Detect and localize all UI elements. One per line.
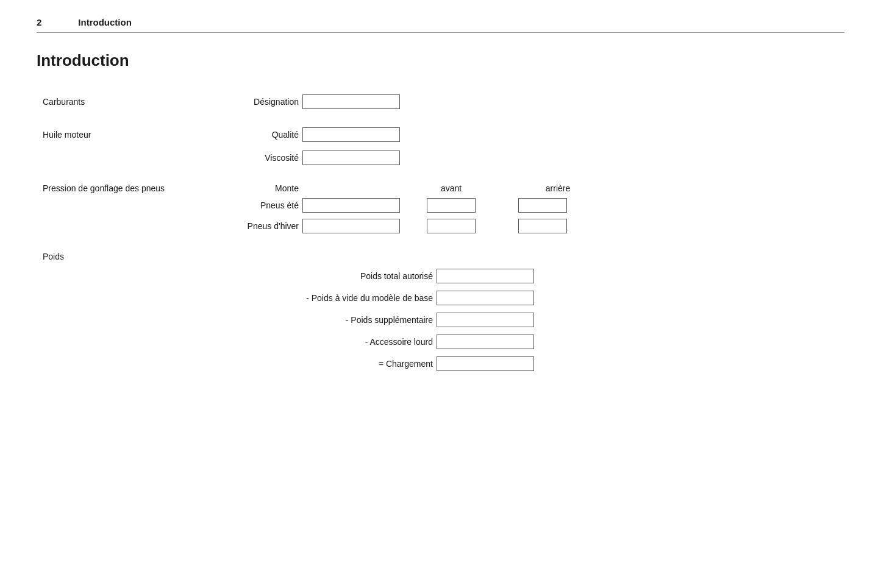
viscosite-field-group: Viscosité (226, 151, 844, 165)
avant-col-header: avant (421, 183, 482, 193)
poids-a-vide-row: - Poids à vide du modèle de base (43, 291, 844, 305)
poids-supplementaire-label: - Poids supplémentaire (346, 315, 433, 325)
pneus-ete-row: Pneus été (43, 198, 844, 213)
designation-input[interactable] (302, 94, 400, 109)
content-area: Carburants Désignation Huile moteur Qual… (37, 94, 844, 371)
pneus-ete-arriere-input[interactable] (518, 198, 567, 213)
pneus-hiver-arriere-input[interactable] (518, 219, 567, 233)
pression-section-label: Pression de gonflage des pneus (43, 183, 226, 193)
designation-label: Désignation (226, 97, 299, 107)
pneus-ete-avant-input[interactable] (427, 198, 476, 213)
pneus-hiver-row: Pneus d'hiver (43, 219, 844, 233)
pneus-hiver-monte-input[interactable] (302, 219, 400, 233)
pneus-hiver-label: Pneus d'hiver (226, 221, 299, 231)
qualite-field-group: Qualité (226, 127, 844, 142)
poids-supplementaire-input[interactable] (437, 313, 534, 327)
viscosite-row: Viscosité (43, 151, 844, 165)
carburants-row: Carburants Désignation (43, 94, 844, 109)
poids-total-row: Poids total autorisé (43, 269, 844, 283)
pneus-hiver-avant-input[interactable] (427, 219, 476, 233)
qualite-label: Qualité (226, 130, 299, 140)
poids-supplementaire-row: - Poids supplémentaire (43, 313, 844, 327)
poids-a-vide-input[interactable] (437, 291, 534, 305)
page-number: 2 (37, 17, 41, 27)
header: 2 Introduction (37, 17, 844, 27)
designation-field-group: Désignation (226, 94, 844, 109)
huile-moteur-label: Huile moteur (43, 130, 226, 140)
qualite-input[interactable] (302, 127, 400, 142)
pression-header-row: Pression de gonflage des pneus Monte ava… (43, 183, 844, 193)
poids-chargement-input[interactable] (437, 356, 534, 371)
viscosite-label: Viscosité (226, 153, 299, 163)
poids-chargement-label: = Chargement (379, 359, 433, 369)
poids-total-input[interactable] (437, 269, 534, 283)
poids-accessoire-label: - Accessoire lourd (365, 337, 433, 347)
poids-section-label: Poids (43, 252, 226, 261)
carburants-section: Carburants Désignation (43, 94, 844, 109)
viscosite-input[interactable] (302, 151, 400, 165)
poids-accessoire-row: - Accessoire lourd (43, 335, 844, 349)
header-divider (37, 32, 844, 33)
pneus-ete-monte-input[interactable] (302, 198, 400, 213)
poids-section: Poids Poids total autorisé - Poids à vid… (43, 252, 844, 371)
poids-chargement-row: = Chargement (43, 356, 844, 371)
section-heading: Introduction (37, 51, 844, 70)
pneus-ete-label: Pneus été (226, 200, 299, 210)
huile-moteur-section: Huile moteur Qualité Viscosité (43, 127, 844, 165)
poids-a-vide-label: - Poids à vide du modèle de base (306, 293, 433, 303)
poids-accessoire-input[interactable] (437, 335, 534, 349)
monte-col-header: Monte (226, 183, 299, 193)
pression-section: Pression de gonflage des pneus Monte ava… (43, 183, 844, 233)
huile-moteur-row: Huile moteur Qualité (43, 127, 844, 142)
page: 2 Introduction Introduction Carburants D… (0, 0, 881, 588)
poids-total-label: Poids total autorisé (360, 271, 433, 281)
carburants-label: Carburants (43, 97, 226, 107)
poids-section-row: Poids (43, 252, 844, 261)
arriere-col-header: arrière (512, 183, 604, 193)
header-title: Introduction (78, 17, 131, 27)
